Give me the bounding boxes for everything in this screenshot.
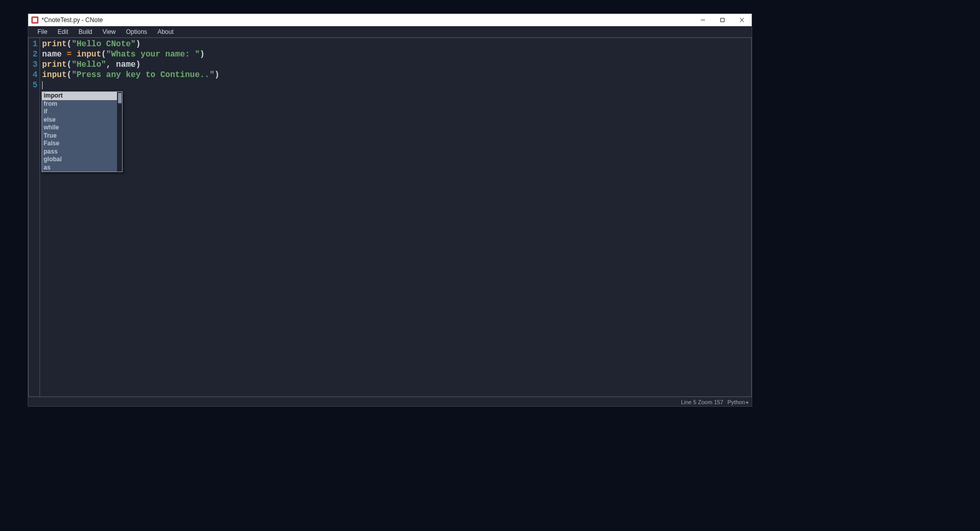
svg-rect-1 xyxy=(721,18,724,22)
app-icon xyxy=(31,16,38,24)
autocomplete-item[interactable]: from xyxy=(42,100,122,108)
code-line[interactable]: print("Hello", name) xyxy=(42,60,751,70)
autocomplete-item[interactable]: pass xyxy=(42,148,122,156)
code-token: input xyxy=(76,50,101,59)
autocomplete-item[interactable]: global xyxy=(42,156,122,164)
line-number: 2 xyxy=(29,49,40,60)
app-window: *CnoteTest.py - CNote File Edit Build Vi… xyxy=(28,13,752,407)
code-area[interactable]: print("Hello CNote")name = input("Whats … xyxy=(40,38,751,396)
status-language-label: Python xyxy=(728,399,745,405)
code-token: "Hello CNote" xyxy=(72,40,136,49)
line-number: 4 xyxy=(29,70,40,80)
menu-options[interactable]: Options xyxy=(121,27,152,36)
close-button[interactable] xyxy=(732,14,752,26)
maximize-button[interactable] xyxy=(713,14,732,26)
minimize-icon xyxy=(700,17,705,23)
autocomplete-item[interactable]: while xyxy=(42,124,122,132)
code-token: input xyxy=(42,70,67,80)
code-token: name xyxy=(116,60,135,69)
menu-edit[interactable]: Edit xyxy=(52,27,73,36)
code-token: "Whats your name: " xyxy=(106,50,200,59)
code-token: ) xyxy=(135,40,141,49)
minimize-button[interactable] xyxy=(693,14,713,26)
code-token: "Hello" xyxy=(72,60,106,69)
line-number: 3 xyxy=(29,60,40,70)
statusbar: Line 5 Zoom 157 Python▾ xyxy=(28,397,752,406)
window-title: *CnoteTest.py - CNote xyxy=(42,16,103,24)
autocomplete-scrollbar[interactable] xyxy=(117,92,122,172)
code-token xyxy=(72,50,77,59)
code-token: "Press any key to Continue.." xyxy=(72,70,214,80)
code-line[interactable] xyxy=(42,80,751,90)
line-gutter: 1 2 3 4 5 xyxy=(29,38,40,396)
status-line-info: Line 5 Zoom 157 xyxy=(681,399,723,405)
status-language-selector[interactable]: Python▾ xyxy=(728,399,749,405)
code-token: name xyxy=(42,50,62,59)
code-token: print xyxy=(42,40,67,49)
autocomplete-item[interactable]: else xyxy=(42,116,122,124)
code-line[interactable]: print("Hello CNote") xyxy=(42,39,751,49)
code-token: ( xyxy=(67,40,72,49)
close-icon xyxy=(739,17,744,23)
autocomplete-item[interactable]: import xyxy=(42,92,122,100)
menu-view[interactable]: View xyxy=(97,27,121,36)
chevron-down-icon: ▾ xyxy=(746,400,749,405)
code-line[interactable]: input("Press any key to Continue..") xyxy=(42,70,751,80)
menu-file[interactable]: File xyxy=(32,27,52,36)
code-token: ) xyxy=(200,50,205,59)
code-token: print xyxy=(42,60,67,69)
code-token: = xyxy=(67,50,72,59)
code-token: ( xyxy=(101,50,106,59)
code-token: ( xyxy=(67,70,72,80)
code-token: ) xyxy=(214,70,220,80)
code-token xyxy=(62,50,67,59)
autocomplete-item[interactable]: if xyxy=(42,108,122,116)
window-controls xyxy=(693,14,752,26)
autocomplete-popup[interactable]: importfromifelsewhileTrueFalsepassglobal… xyxy=(42,91,123,172)
autocomplete-item[interactable]: True xyxy=(42,132,122,140)
code-token: ) xyxy=(135,60,141,69)
line-number: 1 xyxy=(29,39,40,49)
autocomplete-item[interactable]: False xyxy=(42,140,122,148)
code-line[interactable]: name = input("Whats your name: ") xyxy=(42,49,751,60)
menu-about[interactable]: About xyxy=(152,27,179,36)
line-number: 5 xyxy=(29,80,40,90)
text-cursor xyxy=(42,81,43,89)
autocomplete-item[interactable]: as xyxy=(42,164,122,172)
autocomplete-scroll-thumb[interactable] xyxy=(118,93,122,103)
titlebar[interactable]: *CnoteTest.py - CNote xyxy=(28,14,752,26)
maximize-icon xyxy=(720,17,725,23)
menu-build[interactable]: Build xyxy=(73,27,97,36)
code-token: ( xyxy=(67,60,72,69)
editor[interactable]: 1 2 3 4 5 print("Hello CNote")name = inp… xyxy=(28,37,752,397)
menubar: File Edit Build View Options About xyxy=(28,26,752,37)
code-token: , xyxy=(106,60,116,69)
